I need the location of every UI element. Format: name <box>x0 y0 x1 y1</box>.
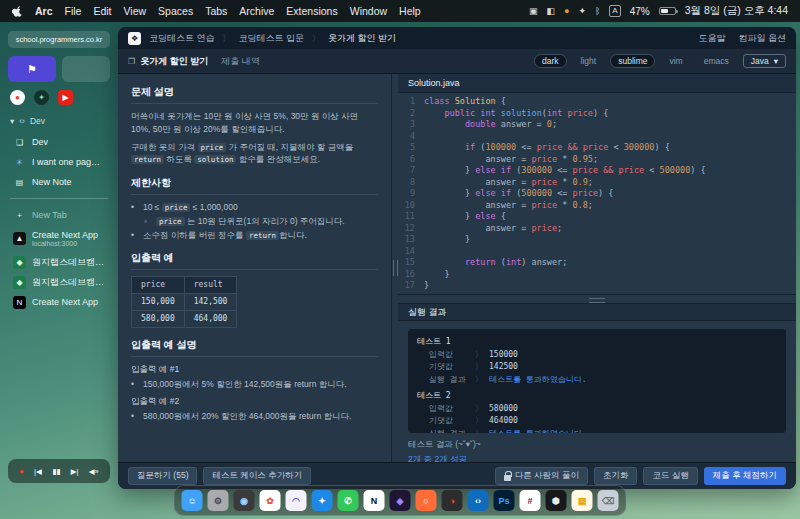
dock-icon-photos[interactable]: ✿ <box>260 490 281 511</box>
dock-icon-arc[interactable]: ◠ <box>286 490 307 511</box>
dock-icon-notes[interactable]: ▤ <box>572 490 593 511</box>
question-button[interactable]: 질문하기 (55) <box>128 467 197 485</box>
run-code-button[interactable]: 코드 실행 <box>643 467 697 485</box>
favorite-empty[interactable] <box>62 56 110 82</box>
menu-item-help[interactable]: Help <box>399 5 421 17</box>
breadcrumb-separator: 〉 <box>312 33 320 44</box>
site-topnav: ❖ 코딩테스트 연습〉코딩테스트 입문〉옷가게 할인 받기 도움말 컴파일 옵션 <box>118 27 796 49</box>
address-bar[interactable]: school.programmers.co.kr <box>8 31 110 48</box>
dock-icon-photo-booth[interactable]: ◉ <box>234 490 255 511</box>
sidebar-item-new-note[interactable]: ▤New Note <box>8 172 110 192</box>
constraint-item: •10 ≤ price ≤ 1,000,000 <box>131 201 378 214</box>
pause-button[interactable]: ▮▮ <box>52 467 60 476</box>
code-editor[interactable]: 1class Solution {2 public int solution(i… <box>398 93 796 294</box>
tab-submissions[interactable]: 제출 내역 <box>221 55 260 68</box>
code-line: 12 answer = price; <box>398 223 796 235</box>
pinned-app-dark[interactable]: ✦ <box>34 90 49 105</box>
dock-icon-finder[interactable]: ☺ <box>182 490 203 511</box>
breadcrumb-item[interactable]: 코딩테스트 입문 <box>239 32 305 45</box>
keymap-option-sublime[interactable]: sublime <box>610 54 655 68</box>
menu-item-tabs[interactable]: Tabs <box>205 5 227 17</box>
theme-option-dark[interactable]: dark <box>534 54 567 68</box>
keyboard-input-icon[interactable]: A <box>609 5 620 17</box>
breadcrumb-item[interactable]: 코딩테스트 연습 <box>149 32 215 45</box>
dock-icon-photoshop[interactable]: Ps <box>494 490 515 511</box>
keymap-option-vim[interactable]: vim <box>662 55 689 67</box>
line-number: 10 <box>398 200 424 212</box>
dock-icon-github[interactable]: ⬢ <box>546 490 567 511</box>
result-label: 입력값 <box>429 403 469 416</box>
pinned-app-red[interactable]: ● <box>10 90 25 105</box>
programmers-logo[interactable]: ❖ <box>128 32 141 45</box>
menu-item-archive[interactable]: Archive <box>239 5 274 17</box>
menu-item-arc[interactable]: Arc <box>35 5 53 17</box>
display-icon[interactable]: ▣ <box>529 6 538 16</box>
theme-option-light[interactable]: light <box>574 55 604 67</box>
menubar-clock[interactable]: 3월 8일 (금) 오후 4:44 <box>685 4 788 18</box>
compile-options-link[interactable]: 컴파일 옵션 <box>738 32 786 45</box>
code-space-icon: ‹› <box>19 116 25 126</box>
screen-mirroring-icon[interactable]: ◧ <box>546 6 555 16</box>
io-col-header: result <box>184 277 237 294</box>
bluetooth-icon[interactable]: ᛒ <box>595 6 600 16</box>
menubar-status: ▣◧●✦ᛒA47%3월 8일 (금) 오후 4:44 <box>529 4 788 18</box>
volume-button[interactable]: ◀» <box>89 467 99 476</box>
dock-icon-notion[interactable]: N <box>364 490 385 511</box>
help-link[interactable]: 도움말 <box>698 32 725 45</box>
result-label: 기댓값 <box>429 361 469 374</box>
panel-resizer[interactable] <box>392 74 398 462</box>
next-button[interactable]: ▶| <box>71 467 79 476</box>
dock-icon-facetime[interactable]: ✆ <box>338 490 359 511</box>
dock-icon-figma[interactable]: ◑ <box>442 490 463 511</box>
nextjs-icon: N <box>13 296 26 309</box>
sidebar-item-bootcamp-1[interactable]: ◆원지랩스데브캠프_존혁수현… <box>8 252 110 272</box>
dock-icon-vscode[interactable]: ‹› <box>468 490 489 511</box>
menu-item-edit[interactable]: Edit <box>93 5 111 17</box>
sidebar-item-next-app-2[interactable]: NCreate Next App <box>8 292 110 312</box>
mic-indicator-icon[interactable]: ● <box>564 6 569 16</box>
bootcamp-icon: ◆ <box>13 256 26 269</box>
dock-icon-postman[interactable]: ○ <box>416 490 437 511</box>
sidebar-item-new-tab[interactable]: +New Tab <box>8 205 110 225</box>
example-subtitle: 입출력 예 #2 <box>131 395 378 408</box>
language-select[interactable]: Java ▾ <box>743 54 786 68</box>
dock-icon-safari[interactable]: ✦ <box>312 490 333 511</box>
line-number: 8 <box>398 177 424 189</box>
lock-icon <box>504 475 511 481</box>
editor-results-resizer[interactable] <box>398 294 796 303</box>
results-area: 테스트 1입력값〉150000기댓값〉142500실행 결과〉테스트를 통과하였… <box>398 321 796 462</box>
chevron-down-icon: ▾ <box>774 56 778 66</box>
add-testcase-button[interactable]: 테스트 케이스 추가하기 <box>203 467 311 485</box>
keymap-option-emacs[interactable]: emacs <box>697 55 736 67</box>
sidebar-item-label: Dev <box>32 137 48 147</box>
pinned-youtube[interactable]: ▶ <box>58 90 73 105</box>
apple-menu-icon[interactable] <box>12 5 23 18</box>
others-solutions-button[interactable]: 다른 사람의 풀이 <box>495 467 588 485</box>
sidebar-item-bootcamp-2[interactable]: ◆원지랩스데브캠프_존혁수현… <box>8 272 110 292</box>
sidebar-item-page-note[interactable]: ✳I want one page boar... <box>8 152 110 172</box>
line-number: 9 <box>398 188 424 200</box>
space-header[interactable]: ▾‹›Dev <box>10 116 108 126</box>
sidebar-item-dev-folder[interactable]: ❏Dev <box>8 132 110 152</box>
menu-item-file[interactable]: File <box>65 5 82 17</box>
dock-icon-settings[interactable]: ⚙ <box>208 490 229 511</box>
previous-button[interactable]: |◀ <box>34 467 42 476</box>
dock-icon-obsidian[interactable]: ◆ <box>390 490 411 511</box>
tab-problem[interactable]: ❐ 옷가게 할인 받기 <box>128 55 208 68</box>
menu-item-spaces[interactable]: Spaces <box>158 5 193 17</box>
shortcuts-icon[interactable]: ✦ <box>578 6 586 16</box>
breadcrumb-item[interactable]: 옷가게 할인 받기 <box>328 32 396 45</box>
code-line: 14 <box>398 246 796 258</box>
menu-item-view[interactable]: View <box>124 5 147 17</box>
record-button[interactable]: ● <box>19 467 24 476</box>
reset-button[interactable]: 초기화 <box>594 467 638 485</box>
sidebar-item-next-app[interactable]: ▲Create Next Applocalhost:3000 <box>8 225 110 252</box>
submit-button[interactable]: 제출 후 채점하기 <box>704 467 786 485</box>
menu-item-window[interactable]: Window <box>350 5 387 17</box>
dock-icon-slack[interactable]: # <box>520 490 541 511</box>
io-col-header: price <box>132 277 185 294</box>
favorite-programmers[interactable]: ⚑ <box>8 56 56 82</box>
code-line: 13 } <box>398 234 796 246</box>
dock-icon-trash[interactable]: ⌫ <box>598 490 619 511</box>
menu-item-extensions[interactable]: Extensions <box>286 5 337 17</box>
